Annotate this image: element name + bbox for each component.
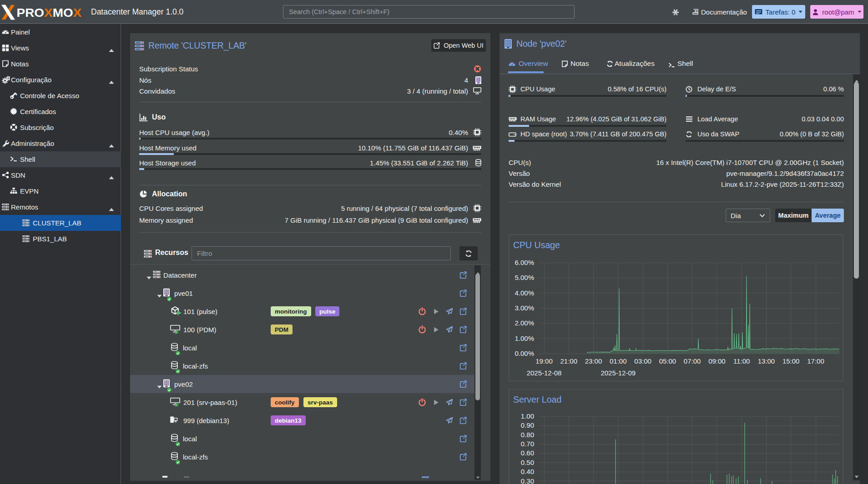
svg-text:19:00: 19:00 (535, 357, 553, 365)
svg-text:0.80: 0.80 (521, 431, 534, 439)
svg-text:15:00: 15:00 (782, 357, 800, 365)
svg-text:13:00: 13:00 (758, 357, 775, 365)
svg-text:0.00%: 0.00% (515, 349, 534, 357)
svg-text:4.00%: 4.00% (515, 289, 534, 297)
svg-text:6.00%: 6.00% (515, 259, 534, 266)
svg-text:0.40: 0.40 (521, 468, 534, 475)
svg-text:3.00%: 3.00% (515, 304, 534, 312)
svg-text:2025-12-08: 2025-12-08 (527, 369, 562, 377)
svg-text:17:00: 17:00 (807, 357, 824, 365)
svg-text:21:00: 21:00 (560, 357, 578, 365)
svg-text:0.50: 0.50 (521, 459, 534, 466)
svg-text:01:00: 01:00 (610, 357, 627, 365)
svg-text:2.00%: 2.00% (515, 319, 534, 327)
svg-text:1.00: 1.00 (521, 412, 534, 420)
svg-text:2025-12-09: 2025-12-09 (601, 369, 636, 377)
svg-text:05:00: 05:00 (659, 357, 676, 365)
svg-text:0.90: 0.90 (521, 421, 534, 429)
svg-text:23:00: 23:00 (585, 357, 602, 365)
svg-text:0.60: 0.60 (521, 449, 534, 457)
svg-text:0.70: 0.70 (521, 440, 534, 448)
svg-text:09:00: 09:00 (708, 357, 726, 365)
svg-text:03:00: 03:00 (634, 357, 651, 365)
svg-text:CPU Usage: CPU Usage (513, 240, 560, 250)
svg-text:PROXMOX: PROXMOX (17, 6, 82, 19)
svg-text:0.30: 0.30 (521, 477, 534, 484)
svg-text:Server Load: Server Load (513, 394, 561, 404)
svg-text:11:00: 11:00 (733, 357, 750, 365)
svg-text:5.00%: 5.00% (515, 274, 534, 281)
svg-text:07:00: 07:00 (684, 357, 701, 365)
svg-text:1.00%: 1.00% (515, 334, 534, 342)
